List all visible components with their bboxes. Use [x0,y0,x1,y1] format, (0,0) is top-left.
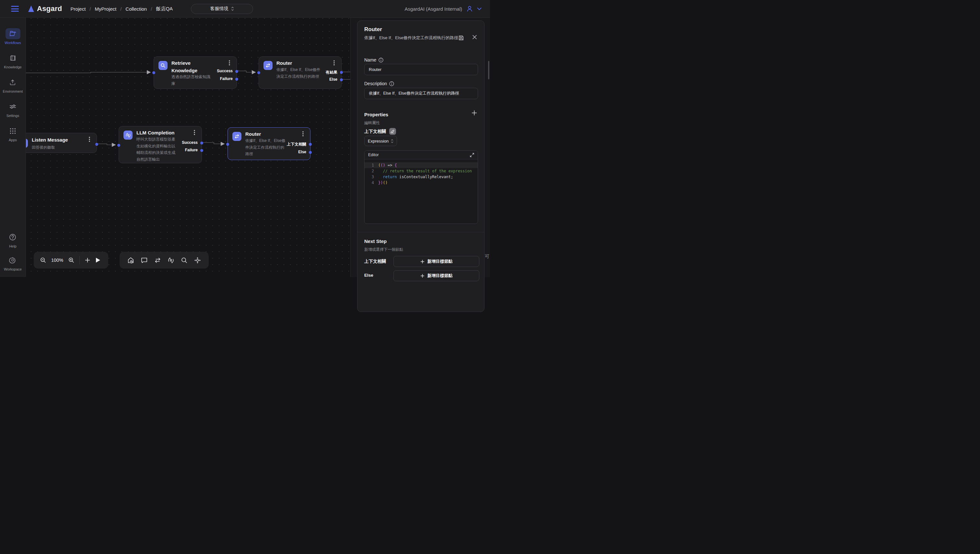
breadcrumb-separator: / [151,6,152,12]
sidebar-item-help[interactable]: Help [5,232,20,248]
next-step-branch-label: 上下文相關 [364,258,386,264]
sidebar-item-knowledge[interactable]: Knowledge [4,53,21,69]
next-step-branch-label: Else [364,273,373,277]
code-area[interactable]: 1(() => { 2 // return the result of the … [365,159,478,224]
name-input[interactable] [364,64,478,75]
expression-editor[interactable]: Editor 1(() => { 2 // return the result … [364,150,478,224]
info-icon[interactable] [379,58,383,62]
kebab-menu-icon[interactable] [302,131,308,137]
port-success[interactable]: Success [217,69,233,73]
port-else[interactable]: Else [298,150,306,154]
input-port-dot[interactable] [117,144,120,147]
chevron-down-icon[interactable] [477,8,481,10]
node-router-top[interactable]: Router 依據If、Else If、Else條件決定工作流程執行的路徑 有結… [259,56,342,89]
node-title: Router [245,130,261,138]
help-circle-icon [9,234,16,241]
asgard-triangle-icon [27,5,34,12]
kebab-menu-icon[interactable] [229,60,234,66]
output-port-dot[interactable] [200,149,203,152]
port-else[interactable]: Else [329,77,337,82]
sidebar-item-settings[interactable]: Settings [5,101,21,118]
port-failure[interactable]: Failure [185,148,198,152]
home-add-icon[interactable] [127,257,134,264]
sidebar-item-workspace[interactable]: Workspace [4,255,22,271]
output-port-dot[interactable] [235,70,238,73]
kebab-menu-icon[interactable] [333,60,339,66]
breadcrumb-myproject[interactable]: MyProject [95,6,116,12]
add-node-button[interactable] [85,258,90,263]
edit-property-icon[interactable] [389,128,396,135]
output-port-dot[interactable] [235,78,238,81]
port-failure[interactable]: Failure [220,76,233,81]
breadcrumb-separator: / [120,6,121,12]
node-retrieve-knowledge[interactable]: Retrieve Knowledge 透過自然語言檢索知識庫 Success F… [154,56,237,89]
breadcrumb-current[interactable]: 飯店QA [156,6,173,12]
swap-arrows-icon [263,61,272,70]
panel-title: Router [364,26,477,33]
sidebar-item-environment[interactable]: Environment [3,77,23,93]
kebab-menu-icon[interactable] [89,136,94,142]
node-llm-completion[interactable]: LLM Completion 呼叫大型語言模型並產生結構化的資料輸出以輔助流程的… [119,126,202,163]
sidebar-item-label: Environment [3,89,23,93]
sidebar-item-workflows[interactable]: Workflows [5,28,21,45]
search-icon[interactable] [181,257,187,263]
swap-arrows-icon [233,132,241,141]
expand-icon[interactable] [470,153,474,157]
account-menu[interactable]: AsgardAI (Asgard Internal) [405,5,481,12]
breadcrumb-collection[interactable]: Collection [126,6,147,12]
panel-scrollbar[interactable] [488,61,489,80]
account-name: AsgardAI (Asgard Internal) [405,6,462,12]
node-title: Retrieve Knowledge [171,59,215,74]
sidebar: Workflows Knowledge Environment Settings… [0,18,26,277]
sidebar-item-apps[interactable]: Apps [5,126,21,142]
canvas-zoom-toolbar: 100% [34,252,108,269]
message-icon [26,138,28,148]
port-has-result[interactable]: 有結果 [326,70,337,75]
save-icon[interactable] [458,35,464,41]
comment-icon[interactable] [141,257,147,263]
port-success[interactable]: Success [182,140,198,145]
node-detail-panel: Router 依據If、Else If、Else條件決定工作流程執行的路徑 Na… [357,21,484,277]
hamburger-menu-icon[interactable] [11,6,19,12]
user-icon[interactable] [466,5,473,12]
node-description: 呼叫大型語言模型並產生結構化的資料輸出以輔助流程的決策或生成自然語言輸出 [136,136,177,162]
swap-arrows-icon[interactable] [154,258,161,263]
kebab-menu-icon[interactable] [194,130,199,135]
node-description: 依據If、Else If、Else條件決定工作流程執行的路徑 [245,137,285,158]
add-property-icon[interactable] [472,110,477,116]
node-router-selected[interactable]: Router 依據If、Else If、Else條件決定工作流程執行的路徑 上下… [228,127,311,160]
node-title: Router [276,59,292,67]
editor-title: Editor [368,153,379,157]
play-icon[interactable] [95,257,100,263]
input-port-dot[interactable] [257,71,260,74]
node-description: 依據If、Else If、Else條件決定工作流程執行的路徑 [276,67,321,80]
description-input[interactable] [364,88,478,99]
upload-icon [10,79,16,86]
llm-refresh-bulb-icon[interactable] [167,257,174,264]
zoom-in-icon[interactable] [69,257,74,263]
add-target-node-button[interactable]: 新增目標節點 [394,270,479,277]
environment-selector[interactable]: 客服情境 [191,4,253,14]
output-port-dot[interactable] [95,143,98,146]
port-contextually-relevant[interactable]: 上下文相關 [287,142,306,147]
node-listen-message[interactable]: Listen Message 回答後的聽取 [26,133,97,153]
output-port-dot[interactable] [309,143,312,146]
input-port-dot[interactable] [152,71,155,74]
app-logo: Asgard [27,5,62,13]
description-field-label: Description [364,81,394,86]
property-name: 上下文相關 [364,129,386,134]
info-icon[interactable] [389,81,394,86]
breadcrumb-project[interactable]: Project [71,6,86,12]
properties-title: Properties [364,112,388,117]
add-target-node-button[interactable]: 新增目標節點 [394,256,479,267]
input-port-dot[interactable] [226,143,229,146]
search-icon [158,61,167,70]
output-port-dot[interactable] [340,78,343,81]
output-port-dot[interactable] [340,71,343,74]
output-port-dot[interactable] [200,142,203,145]
close-icon[interactable] [472,35,477,40]
output-port-dot[interactable] [309,151,312,154]
zoom-out-icon[interactable] [40,257,46,263]
move-icon[interactable] [194,257,201,264]
property-type-select[interactable]: Expression [364,136,397,146]
